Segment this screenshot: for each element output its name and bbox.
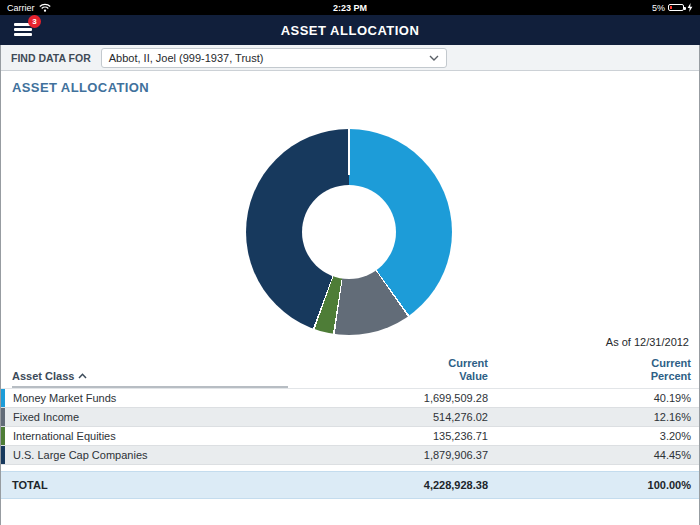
table-header: Asset Class Current Value Current Percen… bbox=[1, 354, 699, 389]
find-data-label: FIND DATA FOR bbox=[11, 52, 91, 64]
page-title: ASSET ALLOCATION bbox=[0, 23, 700, 38]
battery-percent-label: 5% bbox=[652, 3, 665, 13]
current-value-cell: 1,879,906.37 bbox=[308, 449, 488, 461]
asset-class-cell: Money Market Funds bbox=[1, 392, 308, 404]
current-percent-cell: 44.45% bbox=[488, 449, 699, 461]
asset-class-color-indicator bbox=[1, 446, 5, 464]
table-row[interactable]: Money Market Funds1,699,509.2840.19% bbox=[1, 389, 699, 408]
account-select-value: Abbot, II, Joel (999-1937, Trust) bbox=[109, 52, 264, 64]
as-of-date: As of 12/31/2012 bbox=[606, 336, 689, 348]
nav-bar: 3 ASSET ALLOCATION bbox=[0, 15, 700, 45]
content-area: FIND DATA FOR Abbot, II, Joel (999-1937,… bbox=[0, 45, 700, 525]
section-title: ASSET ALLOCATION bbox=[12, 80, 699, 95]
asset-allocation-donut-chart bbox=[246, 129, 452, 335]
column-header-asset-class[interactable]: Asset Class bbox=[12, 370, 87, 382]
sorted-column-underline bbox=[12, 386, 288, 388]
asset-class-color-indicator bbox=[1, 408, 5, 426]
table-row[interactable]: Fixed Income514,276.0212.16% bbox=[1, 408, 699, 427]
current-value-cell: 1,699,509.28 bbox=[308, 392, 488, 404]
column-header-current-percent[interactable]: Current Percent bbox=[488, 357, 699, 385]
asset-allocation-table: Asset Class Current Value Current Percen… bbox=[1, 354, 699, 499]
column-header-current-value[interactable]: Current Value bbox=[308, 357, 488, 385]
current-percent-cell: 3.20% bbox=[488, 430, 699, 442]
total-percent: 100.00% bbox=[488, 479, 699, 491]
asset-class-color-indicator bbox=[1, 427, 5, 445]
donut-hole bbox=[302, 185, 396, 279]
asset-class-color-indicator bbox=[1, 389, 5, 407]
table-row[interactable]: U.S. Large Cap Companies1,879,906.3744.4… bbox=[1, 446, 699, 465]
asset-class-cell: U.S. Large Cap Companies bbox=[1, 449, 308, 461]
find-data-bar: FIND DATA FOR Abbot, II, Joel (999-1937,… bbox=[1, 45, 699, 71]
current-value-cell: 135,236.71 bbox=[308, 430, 488, 442]
asset-class-cell: International Equities bbox=[1, 430, 308, 442]
current-percent-cell: 12.16% bbox=[488, 411, 699, 423]
status-bar: Carrier 2:23 PM 5% bbox=[0, 0, 700, 15]
table-row[interactable]: International Equities135,236.713.20% bbox=[1, 427, 699, 446]
account-select[interactable]: Abbot, II, Joel (999-1937, Trust) bbox=[101, 48, 447, 68]
sort-ascending-icon bbox=[78, 373, 87, 379]
clock: 2:23 PM bbox=[0, 3, 700, 13]
charging-bolt-icon bbox=[687, 3, 693, 12]
asset-class-cell: Fixed Income bbox=[1, 411, 308, 423]
total-row: TOTAL 4,228,928.38 100.00% bbox=[1, 471, 699, 499]
chevron-down-icon bbox=[429, 55, 439, 61]
total-label: TOTAL bbox=[1, 479, 308, 491]
current-percent-cell: 40.19% bbox=[488, 392, 699, 404]
total-value: 4,228,928.38 bbox=[308, 479, 488, 491]
battery-icon bbox=[668, 4, 684, 11]
current-value-cell: 514,276.02 bbox=[308, 411, 488, 423]
table-body: Money Market Funds1,699,509.2840.19%Fixe… bbox=[1, 389, 699, 465]
app-screen: Carrier 2:23 PM 5% 3 ASSET ALLOCATION bbox=[0, 0, 700, 525]
